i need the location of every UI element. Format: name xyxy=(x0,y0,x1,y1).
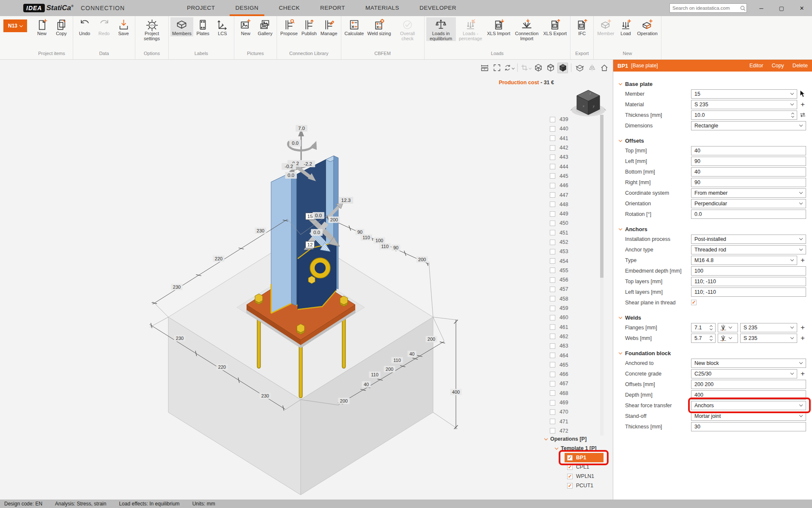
operation-checkbox[interactable]: ✓ xyxy=(567,474,573,479)
concrete-grade-select[interactable]: C25/30 xyxy=(691,369,797,378)
load-case-checkbox[interactable] xyxy=(550,287,555,292)
installation-process-select[interactable]: Post-installed xyxy=(691,235,806,244)
load-case-checkbox[interactable] xyxy=(550,155,555,160)
anchored-to-select[interactable]: New block xyxy=(691,359,806,368)
tab-report[interactable]: REPORT xyxy=(310,0,355,16)
swap-button[interactable] xyxy=(799,112,806,118)
load-case-row[interactable]: 455 xyxy=(550,266,597,275)
lcs-button[interactable]: LCS xyxy=(213,17,232,36)
load-case-row[interactable]: 464 xyxy=(550,351,597,360)
load-case-checkbox[interactable] xyxy=(550,211,555,217)
left-layers-mm-input[interactable]: 110; -110 xyxy=(691,287,806,297)
load-case-row[interactable]: 465 xyxy=(550,360,597,370)
load-case-checkbox[interactable] xyxy=(550,296,555,301)
shear-force-transfer-select[interactable]: Anchors xyxy=(691,401,806,410)
header-action-delete[interactable]: Delete xyxy=(793,63,808,69)
undo-button[interactable]: Undo xyxy=(75,17,94,36)
load-case-row[interactable]: 441 xyxy=(550,134,597,143)
loads-in-equilibrium-button[interactable]: Loads in equilibrium xyxy=(426,17,456,41)
load-case-checkbox[interactable] xyxy=(550,306,555,311)
load-case-row[interactable]: 457 xyxy=(550,284,597,294)
search-box[interactable] xyxy=(669,3,747,13)
connection-import-button[interactable]: Connection Import xyxy=(512,17,542,41)
load-case-row[interactable]: 448 xyxy=(550,200,597,209)
load-case-checkbox[interactable] xyxy=(550,268,555,273)
3d-scene[interactable]: 2302202302302202302009011010011090200200… xyxy=(0,60,613,500)
depth-mm-input[interactable]: 400 xyxy=(691,390,806,400)
bottom-mm-input[interactable]: 40 xyxy=(691,167,806,177)
add-button[interactable]: + xyxy=(799,370,806,378)
load-case-row[interactable]: 470 xyxy=(550,407,597,417)
load-case-row[interactable]: 461 xyxy=(550,323,597,332)
load-case-checkbox[interactable] xyxy=(550,324,555,330)
load-case-checkbox[interactable] xyxy=(550,135,555,141)
load-case-row[interactable]: 449 xyxy=(550,209,597,218)
stand-off-select[interactable]: Mortar joint xyxy=(691,411,806,421)
load-case-row[interactable]: 460 xyxy=(550,313,597,322)
list-scrollbar[interactable] xyxy=(600,115,604,436)
chevron-down-icon[interactable] xyxy=(619,138,622,141)
navigation-cube[interactable]: x y z xyxy=(570,83,606,120)
tree-item-wpln1[interactable]: ✓WPLN1 xyxy=(565,472,604,481)
type-select[interactable]: M16 4.8 xyxy=(691,256,797,265)
xls-import-button[interactable]: XLSXLS Import xyxy=(486,17,512,36)
member-select[interactable]: 15 xyxy=(691,89,797,99)
embedment-depth-mm-input[interactable]: 100 xyxy=(691,266,806,276)
load-case-checkbox[interactable] xyxy=(550,164,555,169)
load-case-checkbox[interactable] xyxy=(550,249,555,254)
load-case-checkbox[interactable] xyxy=(550,230,555,235)
tab-check[interactable]: CHECK xyxy=(269,0,310,16)
operation-checkbox[interactable]: ✓ xyxy=(567,483,573,489)
chevron-down-icon[interactable] xyxy=(619,315,622,318)
load-case-row[interactable]: 456 xyxy=(550,275,597,284)
tree-node-operations-p[interactable]: Operations [P] xyxy=(543,434,611,444)
cube-semi-icon[interactable] xyxy=(545,63,556,73)
tree-item-cpl1[interactable]: ✓CPL1 xyxy=(565,462,604,472)
weld-sizing-button[interactable]: Weld sizing xyxy=(365,17,392,36)
search-icon[interactable] xyxy=(740,6,746,11)
chevron-down-icon[interactable] xyxy=(619,81,622,85)
plates-button[interactable]: Plates xyxy=(193,17,213,36)
load-case-checkbox[interactable] xyxy=(550,126,555,132)
close-button[interactable]: ✕ xyxy=(792,0,812,16)
maximize-button[interactable]: ▢ xyxy=(771,0,792,16)
load-case-checkbox[interactable] xyxy=(550,192,555,198)
project-settings-button[interactable]: </>Project settings xyxy=(137,17,167,41)
offsets-mm-input[interactable]: 200 200 xyxy=(691,380,806,389)
tree-node-template-1-p[interactable]: Template 1 [P] xyxy=(543,444,611,453)
load-case-row[interactable]: 451 xyxy=(550,228,597,237)
operation-button[interactable]: Operation xyxy=(636,17,659,36)
operation-checkbox[interactable]: ✓ xyxy=(567,455,573,461)
tab-design[interactable]: DESIGN xyxy=(225,0,269,16)
item-selector-n13[interactable]: N13 xyxy=(3,19,27,32)
load-case-checkbox[interactable] xyxy=(550,277,555,283)
ifc-button[interactable]: IFCIFC xyxy=(572,17,592,36)
tab-project[interactable]: PROJECT xyxy=(177,0,225,16)
load-case-checkbox[interactable] xyxy=(550,334,555,339)
weld-type-select[interactable] xyxy=(718,334,738,343)
shear-plane-in-thread-checkbox[interactable]: ✓ xyxy=(691,300,697,305)
load-case-checkbox[interactable] xyxy=(550,183,555,188)
tab-materials[interactable]: MATERIALS xyxy=(355,0,409,16)
load-case-row[interactable]: 458 xyxy=(550,294,597,304)
load-case-row[interactable]: 469 xyxy=(550,398,597,407)
rotate-icon[interactable] xyxy=(504,63,514,73)
coordinate-system-select[interactable]: From member xyxy=(691,188,806,198)
thickness-mm-input[interactable]: 30 xyxy=(691,422,806,431)
add-button[interactable]: + xyxy=(799,323,806,332)
add-button[interactable]: + xyxy=(799,256,806,265)
home-icon[interactable] xyxy=(599,63,609,73)
load-case-row[interactable]: 452 xyxy=(550,237,597,247)
right-mm-input[interactable]: 90 xyxy=(691,178,806,187)
top-layers-mm-input[interactable]: 110; -110 xyxy=(691,277,806,286)
load-case-row[interactable]: 459 xyxy=(550,304,597,313)
operation-checkbox[interactable]: ✓ xyxy=(567,464,573,470)
load-case-row[interactable]: 467 xyxy=(550,379,597,388)
load-case-checkbox[interactable] xyxy=(550,173,555,179)
load-case-checkbox[interactable] xyxy=(550,428,555,433)
load-case-checkbox[interactable] xyxy=(550,343,555,349)
header-action-editor[interactable]: Editor xyxy=(749,63,763,69)
load-case-checkbox[interactable] xyxy=(550,381,555,387)
load-case-checkbox[interactable] xyxy=(550,258,555,264)
dimensions-select[interactable]: Rectangle xyxy=(691,121,806,130)
